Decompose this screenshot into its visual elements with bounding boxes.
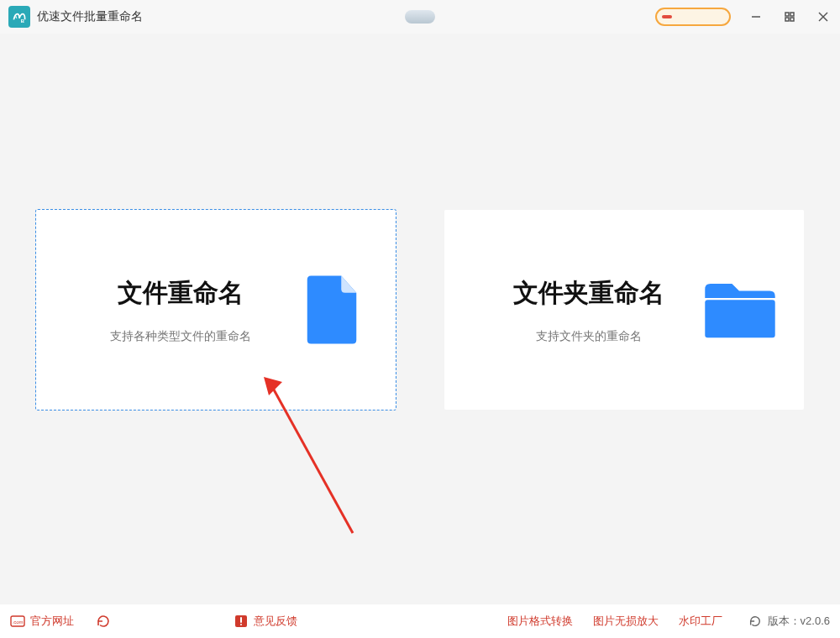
minimize-button[interactable] xyxy=(748,0,764,34)
svg-rect-9 xyxy=(705,300,774,337)
file-rename-card[interactable]: 文件重命名 支持各种类型文件的重命名 xyxy=(36,210,396,410)
link-watermark[interactable]: 水印工厂 xyxy=(679,614,722,629)
maximize-button[interactable] xyxy=(781,0,798,34)
folder-rename-card[interactable]: 文件夹重命名 支持文件夹的重命名 xyxy=(444,210,804,410)
official-site-label: 官方网址 xyxy=(30,614,74,629)
svg-rect-4 xyxy=(790,13,794,16)
window-controls xyxy=(655,0,832,34)
update-icon[interactable] xyxy=(748,614,763,629)
app-title: 优速文件批量重命名 xyxy=(37,9,143,24)
close-button[interactable] xyxy=(815,0,832,34)
titlebar-badge xyxy=(405,10,435,24)
svg-text:.com: .com xyxy=(12,620,23,625)
svg-text:A: A xyxy=(13,14,18,19)
main-area: 文件重命名 支持各种类型文件的重命名 文件夹重命名 支持文件夹的重命名 xyxy=(0,34,840,604)
refresh-icon xyxy=(96,614,111,629)
version-label: 版本：v2.0.6 xyxy=(768,614,830,629)
cards-row: 文件重命名 支持各种类型文件的重命名 文件夹重命名 支持文件夹的重命名 xyxy=(0,210,840,410)
file-icon xyxy=(293,264,370,356)
folder-icon xyxy=(701,264,779,356)
footer: .com 官方网址 意见反馈 图片格式转换 图片无损放大 水印工厂 版本：v2.… xyxy=(0,604,840,638)
app-logo-icon: A B xyxy=(8,6,30,28)
account-pill[interactable] xyxy=(655,8,731,26)
link-upscale[interactable]: 图片无损放大 xyxy=(593,614,659,629)
official-site-link[interactable]: .com 官方网址 xyxy=(10,614,74,629)
svg-text:B: B xyxy=(21,18,24,24)
titlebar: A B 优速文件批量重命名 xyxy=(0,0,840,34)
svg-rect-6 xyxy=(790,18,794,21)
svg-rect-5 xyxy=(785,18,789,21)
svg-rect-3 xyxy=(785,13,789,16)
feedback-icon xyxy=(234,614,249,629)
refresh-link[interactable] xyxy=(96,614,111,629)
folder-rename-subtitle: 支持文件夹的重命名 xyxy=(476,329,701,344)
file-rename-title: 文件重命名 xyxy=(68,276,293,311)
version: 版本：v2.0.6 xyxy=(748,614,830,629)
folder-rename-title: 文件夹重命名 xyxy=(476,276,701,311)
feedback-link[interactable]: 意见反馈 xyxy=(234,614,297,629)
file-rename-subtitle: 支持各种类型文件的重命名 xyxy=(68,329,293,344)
link-convert[interactable]: 图片格式转换 xyxy=(507,614,573,629)
feedback-label: 意见反馈 xyxy=(254,614,297,629)
globe-icon: .com xyxy=(10,614,25,629)
